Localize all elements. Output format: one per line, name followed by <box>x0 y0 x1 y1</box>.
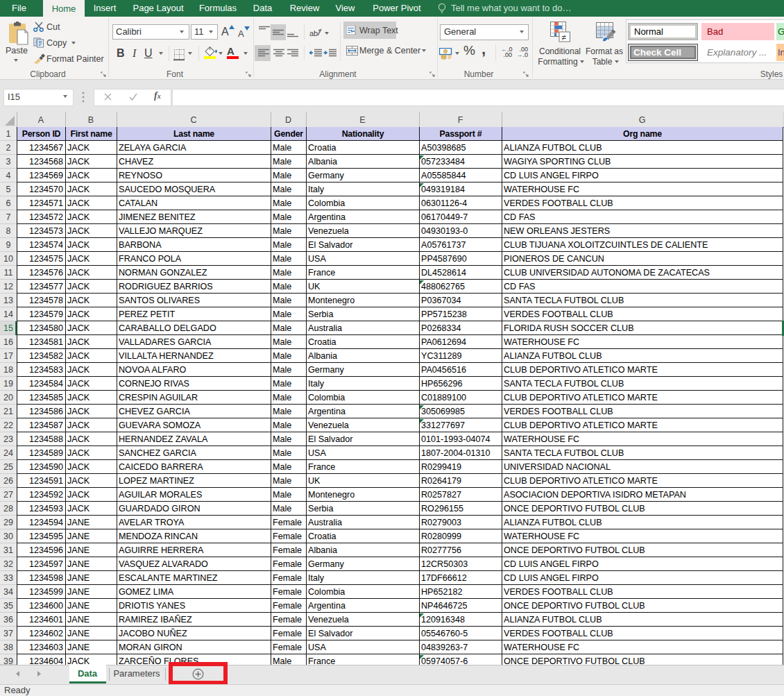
svg-text:≠: ≠ <box>562 33 567 42</box>
svg-text:ab: ab <box>309 29 318 37</box>
